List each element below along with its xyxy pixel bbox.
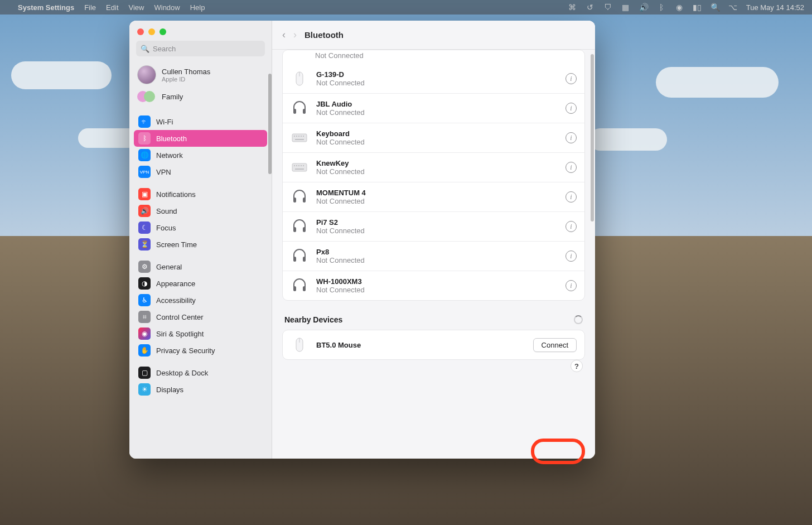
sidebar-scrollbar[interactable]	[268, 74, 272, 174]
sidebar-family[interactable]: Family	[129, 88, 272, 105]
sidebar-item-accessibility[interactable]: ♿︎Accessibility	[134, 292, 267, 309]
nearby-devices-card: BT5.0 MouseConnect	[282, 330, 585, 360]
info-button[interactable]: i	[566, 191, 577, 203]
device-row[interactable]: Pi7 S2Not Connectedi	[283, 211, 584, 241]
menubar-clock[interactable]: Tue May 14 14:52	[746, 3, 804, 12]
bt-icon: ᛒ	[138, 132, 151, 145]
titlebar: ‹ › Bluetooth	[272, 21, 595, 50]
menubar-app[interactable]: System Settings	[18, 3, 74, 12]
sidebar-item-label: Focus	[156, 224, 176, 232]
sun-icon: ☀	[138, 383, 151, 396]
back-button[interactable]: ‹	[282, 29, 286, 41]
device-name: G-139-D	[316, 70, 365, 79]
headphones-icon	[291, 277, 308, 295]
info-button[interactable]: i	[566, 103, 577, 114]
content-pane: ‹ › Bluetooth Not Connected G-139-DNot C…	[272, 21, 595, 459]
vpn-icon: VPN	[138, 166, 151, 178]
device-row[interactable]: KnewKeyNot Connectedi	[283, 152, 584, 182]
forward-button[interactable]: ›	[293, 29, 297, 41]
menubar-view[interactable]: View	[129, 3, 144, 12]
menubar-edit[interactable]: Edit	[106, 3, 118, 12]
spinner-icon	[574, 315, 583, 324]
settings-window: 🔍 Search Cullen Thomas Apple ID Family ᯤ…	[129, 21, 595, 459]
sidebar-item-privacy-security[interactable]: ✋Privacy & Security	[134, 342, 267, 359]
sidebar-item-siri-spotlight[interactable]: ◉Siri & Spotlight	[134, 325, 267, 342]
sidebar-item-focus[interactable]: ☾Focus	[134, 219, 267, 236]
sidebar-item-label: Control Center	[156, 313, 204, 321]
headphones-icon	[291, 247, 308, 265]
info-button[interactable]: i	[566, 280, 577, 291]
menubar-file[interactable]: File	[84, 3, 96, 12]
sidebar-item-appearance[interactable]: ◑Appearance	[134, 275, 267, 292]
sidebar-item-label: Appearance	[156, 280, 195, 288]
menubar-window[interactable]: Window	[154, 3, 180, 12]
device-row[interactable]: JBL AudioNot Connectedi	[283, 93, 584, 123]
device-status: Not Connected	[316, 227, 365, 235]
sidebar-item-control-center[interactable]: ⌗Control Center	[134, 309, 267, 325]
sidebar-item-network[interactable]: 🌐Network	[134, 147, 267, 163]
keyboard-icon	[291, 158, 308, 176]
sidebar-item-sound[interactable]: 🔊Sound	[134, 203, 267, 219]
info-button[interactable]: i	[566, 73, 577, 84]
search-placeholder: Search	[153, 45, 176, 53]
sidebar-item-label: VPN	[156, 168, 171, 176]
family-icon	[137, 91, 156, 102]
connect-button[interactable]: Connect	[533, 338, 577, 352]
dock-icon: ▢	[138, 367, 151, 379]
volume-icon[interactable]: 🔊	[639, 3, 648, 12]
help-button[interactable]: ?	[571, 360, 583, 372]
device-status: Not Connected	[316, 108, 365, 117]
device-row[interactable]: Px8Not Connectedi	[283, 241, 584, 271]
sidebar-account[interactable]: Cullen Thomas Apple ID	[129, 62, 272, 88]
sidebar-item-label: General	[156, 263, 182, 271]
a11y-icon: ♿︎	[138, 294, 151, 306]
bell-icon: ▣	[138, 188, 151, 200]
content-scrollbar[interactable]	[591, 54, 594, 221]
paperclip-icon[interactable]: ⌘	[568, 3, 577, 12]
sidebar-item-notifications[interactable]: ▣Notifications	[134, 186, 267, 203]
sidebar-item-label: Bluetooth	[156, 134, 187, 143]
hourglass-icon: ⏳	[138, 238, 151, 251]
device-status: Not Connected	[316, 197, 366, 205]
device-row[interactable]: WH-1000XM3Not Connectedi	[283, 271, 584, 300]
mouse-icon	[291, 70, 308, 88]
search-input[interactable]: 🔍 Search	[136, 41, 265, 56]
bluetooth-icon[interactable]: ᛒ	[657, 3, 666, 12]
headphones-icon	[291, 218, 308, 235]
info-button[interactable]: i	[566, 251, 577, 262]
menubar-help[interactable]: Help	[190, 3, 205, 12]
device-row[interactable]: KeyboardNot Connectedi	[283, 123, 584, 152]
sidebar-item-bluetooth[interactable]: ᛒBluetooth	[134, 130, 267, 147]
close-button[interactable]	[137, 28, 144, 35]
device-name: JBL Audio	[316, 100, 365, 108]
nearby-device-row[interactable]: BT5.0 MouseConnect	[283, 330, 584, 359]
zoom-button[interactable]	[160, 28, 166, 35]
shield-icon[interactable]: ⛉	[603, 3, 612, 12]
account-name: Cullen Thomas	[162, 68, 210, 76]
family-label: Family	[162, 93, 183, 101]
sidebar-item-vpn[interactable]: VPNVPN	[134, 163, 267, 180]
sidebar-item-screen-time[interactable]: ⏳Screen Time	[134, 236, 267, 253]
user-icon[interactable]: ◉	[675, 3, 684, 12]
mouse-icon	[291, 336, 308, 354]
info-button[interactable]: i	[566, 221, 577, 232]
device-name: MOMENTUM 4	[316, 189, 366, 197]
search-icon: 🔍	[141, 45, 149, 53]
control-center-icon[interactable]: ⌥	[728, 3, 737, 12]
page-title: Bluetooth	[304, 30, 344, 40]
sidebar-item-wi-fi[interactable]: ᯤWi-Fi	[134, 113, 267, 130]
my-devices-card: Not Connected G-139-DNot ConnectediJBL A…	[282, 50, 585, 301]
tiles-icon[interactable]: ▦	[621, 3, 630, 12]
timemachine-icon[interactable]: ↺	[586, 3, 594, 12]
info-button[interactable]: i	[566, 162, 577, 173]
globe-icon: 🌐	[138, 149, 151, 161]
battery-icon[interactable]: ▮▯	[693, 3, 702, 12]
spotlight-icon[interactable]: 🔍	[710, 3, 719, 12]
sidebar-item-displays[interactable]: ☀Displays	[134, 381, 267, 398]
device-row[interactable]: MOMENTUM 4Not Connectedi	[283, 182, 584, 211]
sidebar-item-general[interactable]: ⚙General	[134, 258, 267, 275]
minimize-button[interactable]	[148, 28, 155, 35]
info-button[interactable]: i	[566, 132, 577, 143]
device-row[interactable]: G-139-DNot Connectedi	[283, 64, 584, 93]
sidebar-item-desktop-dock[interactable]: ▢Desktop & Dock	[134, 364, 267, 381]
